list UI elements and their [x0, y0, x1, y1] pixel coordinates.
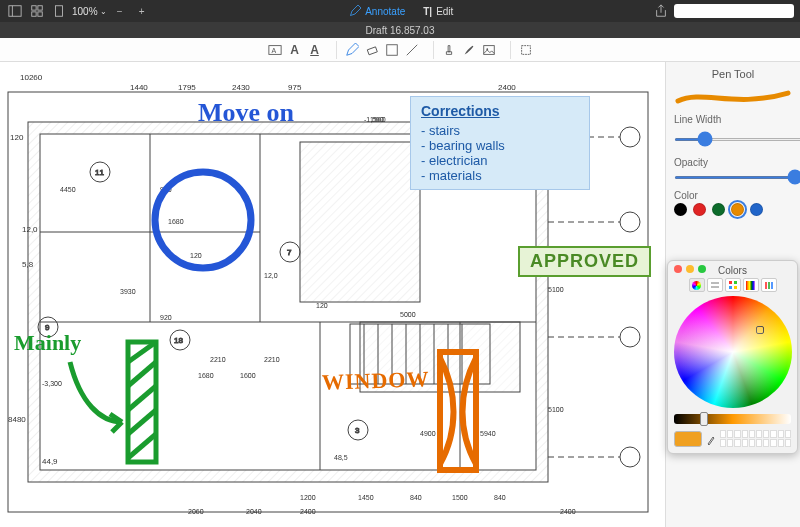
svg-text:-1,560: -1,560	[364, 116, 384, 123]
zoom-value[interactable]: 100%	[72, 6, 98, 17]
svg-text:2040: 2040	[246, 508, 262, 515]
inspector-panel: Pen Tool Line Width 4,2 pt⌄ Opacity 100%…	[665, 62, 800, 527]
svg-rect-113	[771, 282, 773, 289]
svg-text:840: 840	[494, 494, 506, 501]
chevron-down-icon[interactable]: ⌄	[100, 7, 107, 16]
close-icon[interactable]	[674, 265, 682, 273]
svg-text:120: 120	[10, 133, 24, 142]
svg-text:1680: 1680	[198, 372, 214, 379]
color-wheel-tab-icon[interactable]	[689, 278, 705, 292]
svg-text:A: A	[271, 46, 276, 53]
svg-rect-0	[9, 6, 21, 17]
svg-rect-3	[38, 6, 42, 10]
eraser-tool-icon[interactable]	[363, 41, 381, 59]
color-palettes-tab-icon[interactable]	[725, 278, 741, 292]
color-wheel-cursor[interactable]	[756, 326, 764, 334]
minimize-icon[interactable]	[686, 265, 694, 273]
stroke-preview	[674, 86, 792, 108]
svg-text:975: 975	[288, 83, 302, 92]
svg-rect-12	[386, 44, 397, 55]
svg-text:5940: 5940	[480, 430, 496, 437]
recent-colors-grid[interactable]	[720, 430, 791, 447]
svg-line-13	[406, 44, 417, 55]
svg-text:2400: 2400	[560, 508, 576, 515]
annotate-label: Annotate	[365, 6, 405, 17]
single-page-icon[interactable]	[50, 3, 68, 19]
svg-point-39	[620, 212, 640, 232]
note-list: stairs bearing walls electrician materia…	[421, 123, 579, 183]
svg-rect-110	[734, 286, 737, 289]
zoom-out-button[interactable]: −	[111, 3, 129, 19]
svg-rect-14	[483, 45, 494, 54]
shape-tool-icon[interactable]	[383, 41, 401, 59]
zoom-in-button[interactable]: +	[133, 3, 151, 19]
svg-text:2210: 2210	[210, 356, 226, 363]
eyedropper-icon[interactable]	[706, 432, 716, 446]
search-input[interactable]	[678, 6, 790, 16]
annotation-text-move-on[interactable]: Move on	[198, 98, 294, 128]
svg-rect-2	[32, 6, 36, 10]
search-field[interactable]	[674, 4, 794, 18]
color-wheel[interactable]	[674, 296, 792, 408]
swatch-blue[interactable]	[750, 203, 763, 216]
svg-text:11: 11	[95, 168, 104, 177]
svg-text:3: 3	[355, 426, 360, 435]
inspector-title: Pen Tool	[674, 68, 792, 80]
swatch-red[interactable]	[693, 203, 706, 216]
svg-text:4450: 4450	[60, 186, 76, 193]
pen-tool-icon[interactable]	[343, 41, 361, 59]
corrections-sticky-note[interactable]: Corrections stairs bearing walls electri…	[410, 96, 590, 190]
svg-text:920: 920	[160, 314, 172, 321]
svg-rect-4	[32, 12, 36, 16]
brightness-slider[interactable]	[674, 414, 791, 424]
svg-text:2430: 2430	[232, 83, 250, 92]
svg-text:4900: 4900	[420, 430, 436, 437]
color-pencils-tab-icon[interactable]	[761, 278, 777, 292]
opacity-slider[interactable]	[674, 176, 800, 179]
current-color-well[interactable]	[674, 431, 702, 447]
svg-point-40	[620, 327, 640, 347]
svg-text:120: 120	[190, 252, 202, 259]
zoom-icon[interactable]	[698, 265, 706, 273]
svg-rect-108	[734, 281, 737, 284]
annotation-text-window[interactable]: WINDOW	[322, 366, 430, 396]
underline-text-icon[interactable]: A	[306, 41, 324, 59]
edit-mode-button[interactable]: T| Edit	[423, 6, 453, 17]
svg-rect-5	[38, 12, 42, 16]
svg-rect-11	[367, 46, 377, 54]
svg-text:840: 840	[410, 494, 422, 501]
share-icon[interactable]	[652, 3, 670, 19]
line-width-label: Line Width	[674, 114, 792, 125]
document-canvas[interactable]: 11 7 18 9 3 10260 1440 1795 2430 975 240…	[0, 62, 665, 527]
svg-text:10260: 10260	[20, 73, 43, 82]
line-width-slider[interactable]	[674, 138, 800, 141]
stamp-tool-icon[interactable]	[440, 41, 458, 59]
approved-stamp[interactable]: APPROVED	[518, 246, 651, 277]
selection-tool-icon[interactable]	[517, 41, 535, 59]
annotation-text-mainly[interactable]: Mainly	[14, 330, 81, 356]
swatch-black[interactable]	[674, 203, 687, 216]
textbox-tool-icon[interactable]: A	[266, 41, 284, 59]
swatch-orange[interactable]	[731, 203, 744, 216]
annotation-toolstrip: A A A	[0, 38, 800, 62]
brush-tool-icon[interactable]	[460, 41, 478, 59]
color-spectrum-tab-icon[interactable]	[743, 278, 759, 292]
note-heading: Corrections	[421, 103, 579, 119]
svg-text:2400: 2400	[300, 508, 316, 515]
svg-rect-27	[300, 142, 420, 302]
annotate-mode-button[interactable]: Annotate	[349, 5, 405, 17]
svg-text:12,0: 12,0	[264, 272, 278, 279]
thumbnails-icon[interactable]	[28, 3, 46, 19]
swatch-green[interactable]	[712, 203, 725, 216]
line-tool-icon[interactable]	[403, 41, 421, 59]
sidebar-toggle-icon[interactable]	[6, 3, 24, 19]
svg-rect-107	[729, 281, 732, 284]
svg-text:1600: 1600	[240, 372, 256, 379]
brightness-thumb[interactable]	[700, 412, 708, 426]
color-sliders-tab-icon[interactable]	[707, 278, 723, 292]
svg-text:48,5: 48,5	[334, 454, 348, 461]
text-tool-icon[interactable]: A	[286, 41, 304, 59]
colors-popup[interactable]: Colors	[667, 260, 798, 454]
image-tool-icon[interactable]	[480, 41, 498, 59]
zoom-control[interactable]: 100% ⌄	[72, 6, 107, 17]
